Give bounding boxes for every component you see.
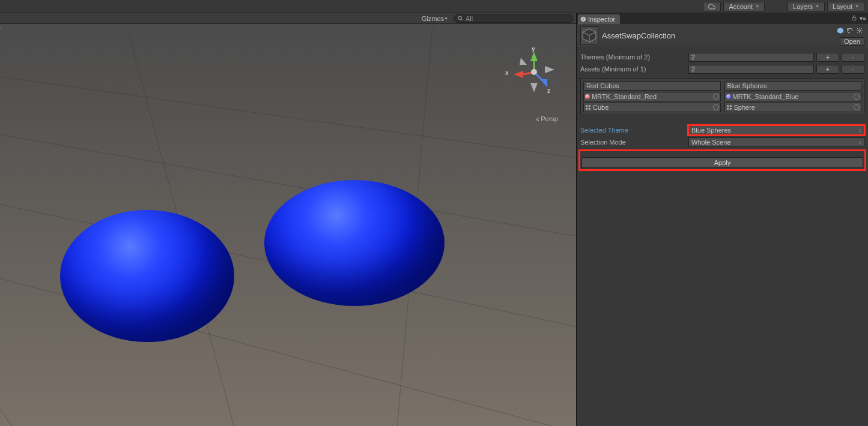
chevron-updown-icon: ‡ bbox=[859, 140, 861, 145]
axis-y-label: y bbox=[532, 46, 535, 52]
svg-rect-24 bbox=[727, 105, 729, 107]
sphere-object[interactable] bbox=[264, 180, 445, 306]
scene-panel: Gizmos ▾ All bbox=[0, 13, 576, 426]
svg-point-0 bbox=[458, 16, 461, 19]
theme-name-field[interactable]: Red Cubes bbox=[583, 81, 721, 91]
theme-column-blue: Blue Spheres MRTK_Standard_Blue Sphere bbox=[724, 81, 862, 112]
prefab-icon[interactable] bbox=[836, 26, 845, 35]
object-picker-icon[interactable] bbox=[854, 104, 860, 110]
chevron-down-icon: ▼ bbox=[755, 4, 759, 8]
svg-marker-18 bbox=[837, 28, 843, 34]
svg-rect-14 bbox=[583, 18, 584, 19]
svg-rect-22 bbox=[586, 108, 587, 110]
mesh-object-field[interactable]: Cube bbox=[583, 103, 721, 112]
lock-icon[interactable] bbox=[851, 15, 857, 22]
scene-toolbar: Gizmos ▾ All bbox=[0, 13, 576, 24]
selection-mode-dropdown[interactable]: Whole Scene ‡ bbox=[688, 137, 864, 147]
layout-label: Layout bbox=[833, 3, 852, 10]
svg-line-1 bbox=[461, 19, 463, 20]
gizmos-dropdown[interactable]: Gizmos ▾ bbox=[419, 15, 450, 22]
mesh-object-field[interactable]: Sphere bbox=[724, 103, 862, 112]
inspector-tab-label: Inspector bbox=[588, 16, 615, 23]
chevron-down-icon: ▼ bbox=[815, 4, 819, 8]
asset-type-icon bbox=[580, 26, 598, 44]
settings-icon[interactable] bbox=[855, 26, 864, 35]
scene-view[interactable]: y x z ≤ Persp ⠿ bbox=[0, 24, 576, 426]
svg-point-11 bbox=[531, 69, 537, 75]
svg-marker-8 bbox=[530, 83, 538, 92]
themes-remove-button[interactable]: - bbox=[842, 53, 864, 62]
theme-name-field[interactable]: Blue Spheres bbox=[724, 81, 862, 91]
svg-rect-26 bbox=[727, 108, 729, 110]
open-button[interactable]: Open bbox=[840, 37, 864, 46]
inspector-body: Themes (Minimum of 2) 2 + - Assets (Mini… bbox=[577, 47, 868, 173]
axis-x-label: x bbox=[505, 70, 509, 76]
themes-add-button[interactable]: + bbox=[816, 53, 839, 62]
chevron-down-icon: ▼ bbox=[855, 4, 859, 8]
layout-button[interactable]: Layout ▼ bbox=[827, 2, 864, 11]
material-object-field[interactable]: MRTK_Standard_Red bbox=[583, 92, 721, 101]
material-icon bbox=[726, 94, 731, 99]
svg-marker-9 bbox=[545, 66, 554, 73]
asset-title: AssetSwapCollection bbox=[602, 31, 675, 40]
axis-gizmo[interactable]: y x z bbox=[510, 48, 558, 114]
tab-inspector[interactable]: Inspector bbox=[578, 14, 620, 24]
svg-rect-27 bbox=[729, 108, 731, 110]
panel-drag-handle[interactable]: ⠿ bbox=[0, 26, 2, 32]
search-input[interactable]: All bbox=[454, 14, 574, 23]
svg-rect-20 bbox=[586, 105, 587, 107]
inspector-tabbar: Inspector ▾≡ bbox=[577, 13, 868, 24]
svg-marker-2 bbox=[530, 52, 538, 61]
panel-menu-icon[interactable]: ▾≡ bbox=[860, 15, 866, 22]
top-toolbar: Account ▼ Layers ▼ Layout ▼ bbox=[0, 0, 868, 13]
inspector-header: AssetSwapCollection Open bbox=[577, 24, 868, 47]
inspector-panel: Inspector ▾≡ AssetSwapCollection Open Th… bbox=[576, 13, 868, 426]
theme-column-red: Red Cubes MRTK_Standard_Red Cube bbox=[583, 81, 721, 112]
object-picker-icon[interactable] bbox=[854, 94, 860, 100]
account-button[interactable]: Account ▼ bbox=[723, 2, 765, 11]
selected-theme-dropdown[interactable]: Blue Spheres ‡ bbox=[688, 125, 864, 135]
themes-container: Red Cubes MRTK_Standard_Red Cube Blue Sp… bbox=[580, 78, 864, 115]
selection-mode-label: Selection Mode bbox=[580, 139, 688, 146]
mesh-icon bbox=[585, 104, 591, 110]
axis-z-label: z bbox=[547, 88, 550, 94]
gizmos-label: Gizmos bbox=[422, 15, 444, 22]
assets-remove-button[interactable]: - bbox=[842, 65, 864, 74]
revert-icon[interactable] bbox=[845, 26, 855, 35]
themes-count-label: Themes (Minimum of 2) bbox=[580, 53, 688, 61]
assets-add-button[interactable]: + bbox=[816, 65, 839, 74]
cloud-button[interactable] bbox=[703, 2, 721, 11]
themes-count-field[interactable]: 2 bbox=[688, 53, 814, 62]
svg-point-19 bbox=[859, 30, 861, 32]
object-picker-icon[interactable] bbox=[713, 94, 719, 100]
info-icon bbox=[580, 16, 586, 22]
mesh-icon bbox=[726, 104, 732, 110]
assets-count-label: Assets (Minimum of 1) bbox=[580, 65, 688, 73]
svg-rect-23 bbox=[589, 108, 590, 110]
material-object-field[interactable]: MRTK_Standard_Blue bbox=[724, 92, 862, 101]
layers-button[interactable]: Layers ▼ bbox=[788, 2, 825, 11]
selected-theme-label: Selected Theme bbox=[580, 127, 688, 134]
assets-count-field[interactable]: 2 bbox=[688, 65, 814, 74]
svg-marker-10 bbox=[520, 58, 527, 65]
apply-button[interactable]: Apply bbox=[581, 157, 863, 168]
svg-marker-4 bbox=[514, 71, 523, 78]
sphere-object[interactable] bbox=[60, 210, 234, 342]
search-placeholder: All bbox=[466, 15, 473, 22]
object-picker-icon[interactable] bbox=[713, 104, 719, 110]
material-icon bbox=[585, 94, 590, 99]
apply-highlight: Apply bbox=[580, 151, 864, 169]
svg-rect-21 bbox=[589, 105, 590, 107]
layers-label: Layers bbox=[793, 3, 813, 10]
account-label: Account bbox=[729, 3, 753, 10]
svg-rect-15 bbox=[852, 18, 856, 20]
search-icon bbox=[458, 16, 463, 21]
svg-rect-13 bbox=[583, 19, 584, 20]
chevron-updown-icon: ‡ bbox=[859, 128, 861, 133]
perspective-label[interactable]: ≤ Persp bbox=[536, 115, 558, 122]
svg-rect-25 bbox=[729, 105, 731, 107]
chevron-down-icon: ▾ bbox=[445, 16, 448, 21]
